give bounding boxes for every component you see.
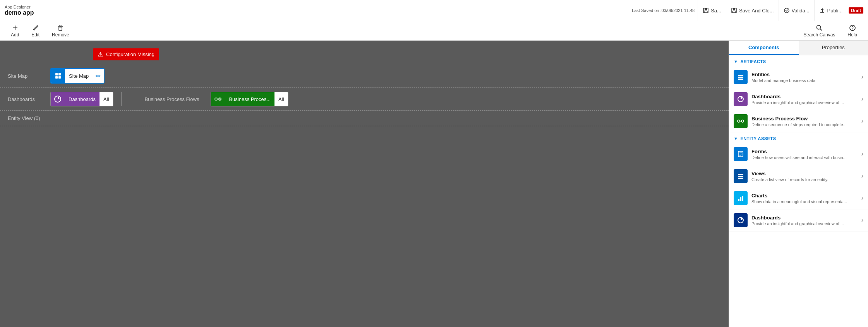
svg-text:?: ? bbox=[851, 26, 854, 30]
bpf-all-label: All bbox=[274, 92, 288, 106]
save-icon bbox=[703, 7, 709, 14]
bpf-comp-desc: Define a sequence of steps required to c… bbox=[751, 122, 861, 127]
views-icon bbox=[734, 169, 748, 183]
dashboards2-svg bbox=[737, 216, 744, 224]
site-map-card[interactable]: Site Map ✏ bbox=[50, 68, 105, 84]
site-map-section: ⚠ Configuration Missing Site Map Site Ma… bbox=[0, 41, 729, 88]
validate-icon bbox=[784, 7, 790, 14]
svg-line-14 bbox=[820, 29, 822, 30]
views-desc: Create a list view of records for an ent… bbox=[751, 177, 861, 182]
tab-properties[interactable]: Properties bbox=[799, 41, 868, 55]
forms-arrow-icon: › bbox=[861, 151, 863, 158]
config-missing-label: Configuration Missing bbox=[106, 51, 154, 57]
site-map-row: Site Map Site Map ✏ bbox=[0, 64, 729, 87]
right-panel: Components Properties ▼ ARTIFACTS Entiti… bbox=[729, 41, 868, 327]
svg-rect-10 bbox=[59, 27, 62, 31]
component-item-charts[interactable]: Charts Show data in a meaningful and vis… bbox=[729, 187, 868, 209]
site-map-icon bbox=[51, 69, 65, 83]
bpf-svg-icon bbox=[214, 95, 222, 103]
charts-icon bbox=[734, 191, 748, 205]
entity-assets-heading-label: ENTITY ASSETS bbox=[740, 136, 776, 141]
site-map-label: Site Map bbox=[0, 73, 46, 79]
dashboards-card[interactable]: Dashboards All bbox=[50, 92, 113, 106]
bpf-comp-name: Business Process Flow bbox=[751, 116, 861, 122]
tab-components[interactable]: Components bbox=[729, 41, 799, 55]
dashboards2-arrow-icon: › bbox=[861, 217, 863, 224]
artifacts-heading: ▼ ARTIFACTS bbox=[729, 55, 868, 66]
svg-rect-28 bbox=[738, 77, 743, 78]
charts-svg bbox=[737, 194, 744, 202]
publish-button[interactable]: Publi... bbox=[814, 0, 847, 21]
bpf-section-label: Business Process Flows bbox=[137, 96, 207, 102]
help-icon: ? bbox=[849, 24, 856, 31]
entity-assets-chevron-icon: ▼ bbox=[734, 136, 738, 141]
dashboards-card-label: Dashboards bbox=[65, 96, 99, 102]
svg-rect-19 bbox=[55, 76, 58, 79]
save-button[interactable]: Sa... bbox=[698, 0, 726, 21]
dashboards-comp-svg bbox=[737, 95, 744, 103]
remove-icon bbox=[57, 24, 64, 31]
forms-icon bbox=[734, 147, 748, 161]
remove-button[interactable]: Remove bbox=[46, 23, 75, 39]
entities-icon bbox=[734, 70, 748, 84]
svg-rect-4 bbox=[733, 8, 735, 10]
forms-svg bbox=[737, 150, 744, 158]
site-map-edit-button[interactable]: ✏ bbox=[93, 72, 104, 80]
svg-point-31 bbox=[738, 120, 740, 122]
add-icon bbox=[12, 24, 19, 31]
svg-rect-27 bbox=[738, 75, 743, 76]
component-item-dashboards2[interactable]: Dashboards Provide an insightful and gra… bbox=[729, 209, 868, 231]
bpf-arrow-icon: › bbox=[861, 118, 863, 125]
edit-button[interactable]: Edit bbox=[25, 23, 46, 39]
bpf-comp-svg bbox=[737, 117, 744, 125]
views-arrow-icon: › bbox=[861, 173, 863, 180]
component-item-views[interactable]: Views Create a list view of records for … bbox=[729, 165, 868, 187]
artifacts-heading-label: ARTIFACTS bbox=[740, 59, 766, 64]
validate-button[interactable]: Valida... bbox=[779, 0, 814, 21]
right-panel-tabs: Components Properties bbox=[729, 41, 868, 55]
save-and-close-button[interactable]: Save And Clo... bbox=[726, 0, 779, 21]
bpf-comp-text: Business Process Flow Define a sequence … bbox=[751, 116, 861, 127]
header: App Designer demo app Last Saved on :03/… bbox=[0, 0, 868, 21]
warning-icon: ⚠ bbox=[98, 51, 103, 58]
svg-rect-1 bbox=[705, 8, 707, 10]
add-button[interactable]: Add bbox=[5, 23, 25, 39]
svg-rect-29 bbox=[738, 79, 743, 80]
views-text: Views Create a list view of records for … bbox=[751, 171, 861, 182]
component-item-forms[interactable]: Forms Define how users will see and inte… bbox=[729, 143, 868, 165]
svg-rect-38 bbox=[738, 174, 743, 175]
component-item-dashboards[interactable]: Dashboards Provide an insightful and gra… bbox=[729, 88, 868, 110]
dashboards2-icon bbox=[734, 213, 748, 227]
charts-arrow-icon: › bbox=[861, 195, 863, 202]
search-canvas-button[interactable]: Search Canvas bbox=[797, 23, 841, 39]
svg-rect-41 bbox=[738, 199, 739, 201]
dashboards-section-label: Dashboards bbox=[0, 96, 46, 102]
svg-rect-42 bbox=[740, 197, 741, 201]
svg-rect-20 bbox=[58, 76, 61, 79]
dashboards2-text: Dashboards Provide an insightful and gra… bbox=[751, 215, 861, 226]
svg-point-22 bbox=[215, 98, 217, 100]
site-map-card-label: Site Map bbox=[65, 73, 93, 79]
draft-badge: Draft bbox=[849, 7, 863, 14]
charts-text: Charts Show data in a meaningful and vis… bbox=[751, 193, 861, 204]
svg-rect-18 bbox=[58, 73, 61, 75]
last-saved-label: Last Saved on :03/09/2021 11:48 bbox=[632, 8, 695, 13]
svg-rect-40 bbox=[738, 178, 743, 179]
component-item-bpf[interactable]: Business Process Flow Define a sequence … bbox=[729, 110, 868, 132]
dashboards2-name: Dashboards bbox=[751, 215, 861, 221]
help-button[interactable]: ? Help bbox=[841, 23, 863, 39]
charts-desc: Show data in a meaningful and visual rep… bbox=[751, 199, 861, 204]
dashboards-comp-desc: Provide an insightful and graphical over… bbox=[751, 100, 861, 105]
svg-rect-39 bbox=[738, 176, 743, 177]
bpf-card[interactable]: Business Proces... All bbox=[211, 92, 288, 106]
svg-rect-43 bbox=[742, 196, 743, 201]
bpf-icon bbox=[211, 92, 225, 106]
bpf-card-label: Business Proces... bbox=[225, 96, 274, 102]
component-item-entities[interactable]: Entities Model and manage business data.… bbox=[729, 66, 868, 88]
toolbar: Add Edit Remove Search Canvas ? Help bbox=[0, 21, 868, 41]
publish-label: Publi... bbox=[827, 8, 843, 14]
save-and-close-label: Save And Clo... bbox=[739, 8, 774, 14]
search-canvas-label: Search Canvas bbox=[803, 32, 835, 38]
forms-name: Forms bbox=[751, 149, 861, 154]
forms-text: Forms Define how users will see and inte… bbox=[751, 149, 861, 160]
